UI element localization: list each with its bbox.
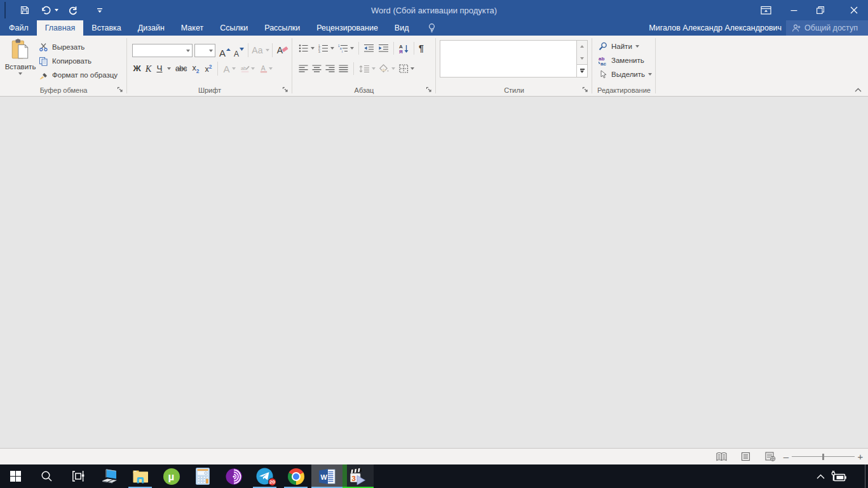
font-name-combobox[interactable]: [132, 44, 193, 57]
superscript-button[interactable]: x2: [202, 62, 215, 76]
styles-group-label: Стили: [436, 86, 592, 94]
read-mode-button[interactable]: [713, 449, 729, 464]
restore-button[interactable]: [807, 0, 833, 20]
tab-design[interactable]: Дизайн: [130, 20, 173, 36]
cut-button[interactable]: Вырезать: [38, 40, 85, 54]
align-left-icon: [299, 65, 308, 73]
underline-dropdown[interactable]: [165, 62, 173, 76]
taskbar-word-button[interactable]: W: [311, 464, 342, 488]
decrease-indent-button[interactable]: [362, 41, 376, 55]
dialog-launcher-icon: [117, 86, 123, 93]
font-dialog-launcher[interactable]: [281, 86, 289, 93]
tab-view[interactable]: Вид: [386, 20, 417, 36]
styles-scroll-down[interactable]: [577, 53, 587, 65]
format-painter-button[interactable]: Формат по образцу: [38, 68, 118, 82]
tray-chevron-button[interactable]: [813, 464, 828, 488]
start-button[interactable]: [0, 464, 31, 488]
clear-formatting-button[interactable]: А: [275, 43, 290, 58]
multilevel-dropdown[interactable]: [350, 41, 356, 55]
document-area[interactable]: [0, 97, 868, 448]
zoom-out-button[interactable]: –: [781, 449, 791, 464]
tab-review[interactable]: Рецензирование: [308, 20, 386, 36]
shrink-font-button[interactable]: А: [233, 43, 245, 58]
paste-button[interactable]: Вставить: [5, 39, 36, 85]
taskbar-search-button[interactable]: [31, 464, 62, 488]
minimize-button[interactable]: [781, 0, 807, 20]
font-row2-separator: [217, 62, 218, 76]
line-spacing-button[interactable]: [357, 62, 377, 76]
print-layout-button[interactable]: [737, 449, 754, 464]
align-center-button[interactable]: [310, 62, 323, 76]
tab-references[interactable]: Ссылки: [212, 20, 256, 36]
redo-button[interactable]: [64, 1, 83, 19]
font-color-button[interactable]: А: [257, 62, 275, 76]
show-marks-button[interactable]: ¶: [417, 41, 426, 55]
tab-mailings[interactable]: Рассылки: [256, 20, 308, 36]
taskbar-telegram-button[interactable]: 20: [249, 464, 280, 488]
find-button[interactable]: Найти: [597, 39, 639, 53]
taskbar-chrome-button[interactable]: [280, 464, 311, 488]
clipboard-dialog-launcher[interactable]: [116, 86, 124, 93]
subscript-button[interactable]: x2: [189, 62, 202, 76]
task-view-button[interactable]: [62, 464, 93, 488]
strikethrough-button[interactable]: abc: [173, 62, 189, 76]
tab-home[interactable]: Главная: [37, 20, 84, 36]
bold-button[interactable]: Ж: [131, 62, 143, 76]
change-case-button[interactable]: Аа: [250, 43, 271, 58]
taskbar-computer-button[interactable]: [93, 464, 125, 488]
styles-scroll-up[interactable]: [577, 41, 587, 53]
zoom-slider[interactable]: [792, 449, 855, 464]
chevron-up-icon: [817, 474, 825, 479]
taskbar-utorrent-button[interactable]: µ: [156, 464, 187, 488]
svg-text:ac: ac: [600, 60, 606, 65]
font-size-dropdown[interactable]: [207, 44, 215, 57]
change-case-caret: [266, 49, 269, 51]
tab-file[interactable]: Файл: [1, 20, 37, 36]
customize-quick-access-button[interactable]: [90, 1, 109, 19]
save-button[interactable]: [15, 1, 34, 19]
increase-indent-button[interactable]: [376, 41, 391, 55]
ribbon-display-options-button[interactable]: [752, 0, 780, 20]
tray-battery-button[interactable]: [828, 464, 848, 488]
italic-button[interactable]: К: [143, 62, 154, 76]
numbering-button[interactable]: 1.2.3.: [316, 41, 330, 55]
close-button[interactable]: [839, 0, 868, 20]
replace-button[interactable]: ab ac Заменить: [597, 53, 644, 67]
multilevel-list-button[interactable]: 1аi: [336, 41, 350, 55]
zoom-in-button[interactable]: +: [855, 449, 865, 464]
tab-insert[interactable]: Вставка: [83, 20, 129, 36]
share-button[interactable]: Общий доступ: [786, 20, 868, 36]
align-left-button[interactable]: [297, 62, 310, 76]
taskbar-calculator-button[interactable]: [187, 464, 218, 488]
taskbar-mpc-button[interactable]: 3: [342, 464, 374, 488]
bullets-button[interactable]: [297, 41, 311, 55]
collapse-ribbon-button[interactable]: [853, 86, 863, 94]
styles-dialog-launcher[interactable]: [581, 86, 589, 93]
styles-gallery-more[interactable]: [577, 64, 587, 77]
numbering-dropdown[interactable]: [330, 41, 336, 55]
text-effects-button[interactable]: А: [220, 62, 238, 76]
show-desktop-button[interactable]: [865, 464, 868, 488]
zoom-slider-thumb[interactable]: [822, 454, 824, 460]
sort-button[interactable]: А Я: [397, 41, 411, 55]
justify-button[interactable]: [337, 62, 350, 76]
shading-button[interactable]: [377, 62, 397, 76]
tell-me-button[interactable]: [419, 20, 444, 36]
grow-font-button[interactable]: А: [219, 43, 231, 58]
web-layout-button[interactable]: [762, 449, 778, 464]
font-size-combobox[interactable]: [194, 44, 215, 57]
highlight-color-button[interactable]: ab: [238, 62, 257, 76]
bullets-dropdown[interactable]: [311, 41, 316, 55]
taskbar-tor-button[interactable]: [218, 464, 249, 488]
paragraph-dialog-launcher[interactable]: [425, 86, 433, 93]
styles-gallery[interactable]: [440, 40, 577, 78]
select-button[interactable]: Выделить: [597, 67, 652, 81]
undo-button[interactable]: [37, 1, 61, 19]
taskbar-file-explorer-button[interactable]: [125, 464, 156, 488]
borders-button[interactable]: [397, 62, 416, 76]
tab-layout[interactable]: Макет: [173, 20, 212, 36]
underline-button[interactable]: Ч: [154, 62, 165, 76]
font-name-dropdown[interactable]: [184, 44, 192, 57]
align-right-button[interactable]: [323, 62, 337, 76]
copy-button[interactable]: Копировать: [38, 54, 92, 68]
